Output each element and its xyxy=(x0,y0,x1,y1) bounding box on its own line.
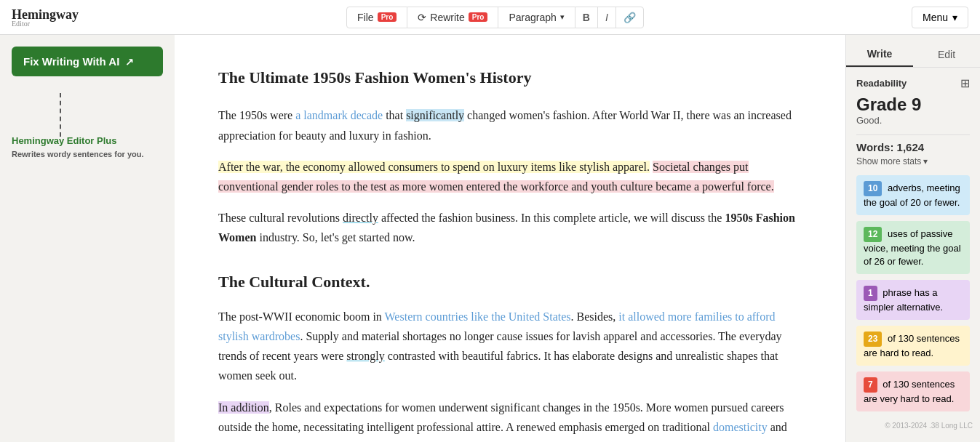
format-buttons: B I 🔗 xyxy=(575,7,644,28)
stat-very-hard: 7 of 130 sentences are very hard to read… xyxy=(856,371,970,411)
section-heading: The Cultural Context. xyxy=(218,268,802,295)
good-label: Good. xyxy=(856,115,970,126)
stat-passive: 12 uses of passive voice, meeting the go… xyxy=(856,221,970,274)
tab-write[interactable]: Write xyxy=(846,42,913,67)
write-edit-tabs: Write Edit xyxy=(846,42,980,68)
readability-header: Readability ⊞ xyxy=(856,76,970,90)
chevron-down-icon: ▾ xyxy=(560,12,565,22)
italic-button[interactable]: I xyxy=(597,7,616,28)
file-button[interactable]: File Pro xyxy=(346,7,407,28)
toolbar-center: File Pro ⟳ Rewrite Pro Paragraph ▾ B I 🔗 xyxy=(346,7,644,28)
grade-display: Grade 9 xyxy=(856,95,970,115)
simpler-badge: 1 xyxy=(864,286,877,301)
left-panel: Fix Writing With AI ↗ Hemingway Editor P… xyxy=(0,35,175,442)
very-hard-badge: 7 xyxy=(864,377,877,393)
readability-label: Readability xyxy=(856,78,907,89)
stat-hard: 23 of 130 sentences are hard to read. xyxy=(856,326,970,366)
settings-icon[interactable]: ⊞ xyxy=(960,76,970,90)
hard-badge: 23 xyxy=(864,332,882,347)
words-count: Words: 1,624 xyxy=(856,141,970,153)
link-button[interactable]: 🔗 xyxy=(616,7,643,28)
paragraph-3: These cultural revolutions directly affe… xyxy=(218,208,802,247)
chevron-down-icon: ▾ xyxy=(923,156,928,166)
adverbs-badge: 10 xyxy=(864,181,882,196)
bold-button[interactable]: B xyxy=(575,7,597,28)
article-title: The Ultimate 1950s Fashion Women's Histo… xyxy=(218,64,802,91)
copyright: © 2013-2024 .38 Long LLC xyxy=(846,417,980,434)
logo: Hemingway Editor xyxy=(12,7,79,28)
menu-button[interactable]: Menu ▾ xyxy=(912,7,968,28)
tab-edit[interactable]: Edit xyxy=(913,42,980,67)
passive-badge: 12 xyxy=(864,227,882,242)
rewrite-button[interactable]: ⟳ Rewrite Pro xyxy=(407,7,498,28)
stats-section: Readability ⊞ Grade 9 Good. Words: 1,624… xyxy=(846,76,980,411)
paragraph-2: After the war, the economy allowed consu… xyxy=(218,157,802,196)
chevron-down-icon: ▾ xyxy=(952,12,957,23)
paragraph-button[interactable]: Paragraph ▾ xyxy=(498,7,574,28)
editor-area[interactable]: The Ultimate 1950s Fashion Women's Histo… xyxy=(175,35,845,442)
pro-badge-rewrite: Pro xyxy=(469,12,488,22)
show-more-stats[interactable]: Show more stats ▾ xyxy=(856,156,970,166)
paragraph-4: The post-WWII economic boom in Western c… xyxy=(218,307,802,386)
stat-adverbs: 10 adverbs, meeting the goal of 20 or fe… xyxy=(856,175,970,215)
fix-writing-button[interactable]: Fix Writing With AI ↗ xyxy=(12,47,163,76)
stat-simpler: 1 phrase has a simpler alternative. xyxy=(856,280,970,320)
right-panel: Write Edit Readability ⊞ Grade 9 Good. W… xyxy=(845,35,980,442)
pro-badge-file: Pro xyxy=(378,12,397,22)
editor-plus-badge: Hemingway Editor Plus Rewrites wordy sen… xyxy=(12,134,163,161)
main-layout: Fix Writing With AI ↗ Hemingway Editor P… xyxy=(0,35,980,442)
dashed-connector xyxy=(60,93,61,137)
divider-1 xyxy=(856,134,970,135)
external-link-icon: ↗ xyxy=(125,56,134,68)
topbar: Hemingway Editor File Pro ⟳ Rewrite Pro … xyxy=(0,0,980,35)
editor-plus-subtitle: Rewrites wordy sentences for you. xyxy=(12,149,163,160)
paragraph-1: The 1950s were a landmark decade that si… xyxy=(218,105,802,145)
paragraph-5: In addition, Roles and expectations for … xyxy=(218,398,802,442)
